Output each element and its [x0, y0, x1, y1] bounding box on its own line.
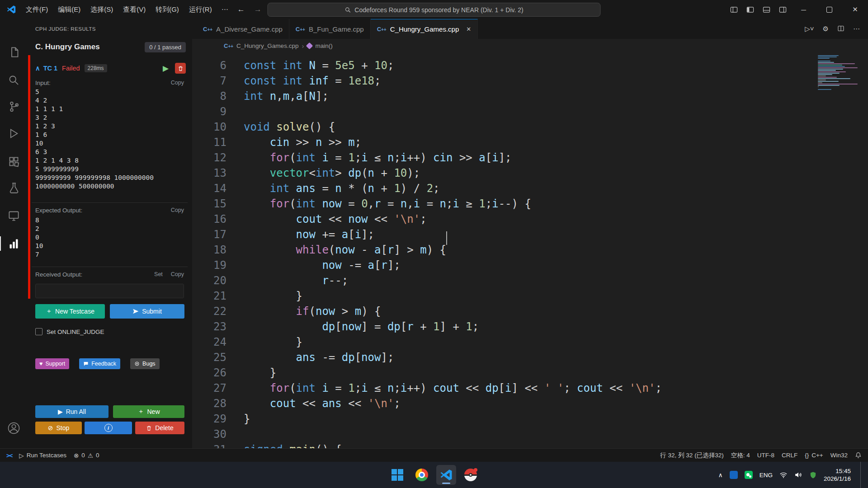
encoding-status[interactable]: UTF-8 — [757, 452, 774, 459]
testing-flask-icon[interactable] — [0, 176, 27, 199]
code-line[interactable]: 24 } — [192, 334, 868, 350]
code-line[interactable]: 28 cout << ans << '\n'; — [192, 396, 868, 411]
code-line[interactable]: 23 dp[now] = dp[r + 1] + 1; — [192, 319, 868, 334]
code-line[interactable]: 16 cout << now << '\n'; — [192, 211, 868, 227]
editor-tab[interactable]: C++B_Fun_Game.cpp — [289, 19, 371, 39]
volume-icon[interactable] — [794, 471, 802, 479]
code-line[interactable]: 14 int ans = n * (n + 1) / 2; — [192, 181, 868, 196]
tray-chevron-up-icon[interactable]: ∧ — [718, 471, 723, 479]
app-ball-taskbar-icon[interactable] — [461, 465, 481, 485]
clock[interactable]: 15:45 2026/1/16 — [824, 467, 851, 483]
set-received-button[interactable]: Set — [154, 271, 163, 277]
editor-settings-gear-icon[interactable]: ⚙ — [823, 25, 829, 33]
close-icon[interactable]: ✕ — [466, 26, 471, 33]
extensions-icon[interactable] — [0, 150, 27, 173]
command-center-search[interactable]: Codeforces Round 959 sponsored by NEAR (… — [268, 3, 601, 17]
stop-button[interactable]: ⊘Stop — [35, 422, 82, 434]
code-line[interactable]: 12 for(int i = 1;i ≤ n;i++) cin >> a[i]; — [192, 150, 868, 165]
menu-item[interactable]: 文件(F) — [21, 3, 53, 16]
cph-judge-icon[interactable] — [0, 232, 27, 255]
code-line[interactable]: 27 for(int i = 1;i ≤ n;i++) cout << dp[i… — [192, 380, 868, 396]
copy-input-button[interactable]: Copy — [171, 80, 184, 86]
code-line[interactable]: 31signed main() { — [192, 442, 868, 448]
code-line[interactable]: 30 — [192, 427, 868, 442]
code-line[interactable]: 6const int N = 5e5 + 10; — [192, 58, 868, 73]
copy-expected-button[interactable]: Copy — [171, 207, 184, 213]
code-line[interactable]: 9 — [192, 104, 868, 119]
code-line[interactable]: 11 cin >> n >> m; — [192, 135, 868, 150]
delete-button[interactable]: Delete — [135, 422, 184, 434]
code-line[interactable]: 15 for(int now = 0,r = n,i = n;i ≥ 1;i--… — [192, 196, 868, 211]
maximize-icon[interactable] — [816, 0, 842, 19]
minimize-icon[interactable]: ─ — [791, 0, 816, 19]
delete-testcase-icon[interactable] — [175, 63, 186, 74]
menu-item[interactable]: 查看(V) — [118, 3, 151, 16]
eol-status[interactable]: CRLF — [782, 452, 797, 459]
code-line[interactable]: 20 r--; — [192, 273, 868, 288]
code-line[interactable]: 7const int inf = 1e18; — [192, 73, 868, 89]
feedback-badge[interactable]: Feedback — [79, 358, 120, 369]
close-icon[interactable]: ✕ — [842, 0, 868, 19]
vscode-taskbar-icon[interactable] — [436, 465, 456, 485]
tray-app-blue-icon[interactable] — [730, 471, 738, 479]
indent-status[interactable]: 空格: 4 — [731, 451, 750, 460]
explorer-icon[interactable] — [0, 41, 27, 63]
wifi-icon[interactable] — [779, 471, 788, 479]
notifications-bell-icon[interactable] — [855, 452, 862, 459]
more-menu-icon[interactable]: ⋯ — [217, 5, 233, 14]
online-judge-checkbox[interactable]: Set ONLINE_JUDGE — [35, 327, 104, 336]
show-desktop-button[interactable] — [860, 462, 863, 488]
new-button[interactable]: ＋New — [113, 405, 184, 418]
remote-icon[interactable]: >< — [6, 452, 12, 459]
menu-item[interactable]: 转到(G) — [151, 3, 184, 16]
account-icon[interactable] — [0, 417, 27, 439]
submit-button[interactable]: Submit — [110, 304, 184, 319]
input-language-indicator[interactable]: ENG — [760, 472, 773, 479]
code-line[interactable]: 17 now += a[i]; — [192, 227, 868, 242]
platform-status[interactable]: Win32 — [830, 452, 848, 459]
search-sidebar-icon[interactable] — [0, 69, 27, 91]
tc-input-text[interactable]: 54 21 1 1 13 21 2 31 6106 31 2 1 4 3 85 … — [35, 88, 186, 191]
editor-tab[interactable]: C++C_Hungry_Games.cpp✕ — [371, 19, 478, 39]
remote-explorer-icon[interactable] — [0, 204, 27, 227]
menu-item[interactable]: 编辑(E) — [53, 3, 85, 16]
split-editor-icon[interactable] — [837, 25, 844, 33]
breadcrumb-symbol[interactable]: main() — [315, 42, 332, 49]
copy-received-button[interactable]: Copy — [171, 271, 184, 277]
menu-item[interactable]: 运行(R) — [184, 3, 217, 16]
code-line[interactable]: 8int n,m,a[N]; — [192, 89, 868, 104]
code-line[interactable]: 22 if(now > m) { — [192, 304, 868, 319]
new-testcase-button[interactable]: ＋ New Testcase — [35, 304, 105, 319]
source-control-icon[interactable] — [0, 95, 27, 117]
editor-tab[interactable]: C++A_Diverse_Game.cpp — [197, 19, 289, 39]
code-line[interactable]: 29} — [192, 411, 868, 427]
code-line[interactable]: 18 while(now - a[r] > m) { — [192, 242, 868, 258]
language-status[interactable]: {}C++ — [805, 452, 823, 459]
problems-status[interactable]: ⊗0 ⚠0 — [74, 452, 99, 459]
testcase-toggle[interactable]: ∧ TC 1 — [35, 65, 57, 72]
editor-more-icon[interactable]: ⋯ — [853, 25, 860, 33]
support-badge[interactable]: ♥Support — [35, 358, 69, 369]
code-line[interactable]: 26 } — [192, 365, 868, 380]
code-line[interactable]: 25 ans -= dp[now]; — [192, 350, 868, 365]
info-button[interactable]: i — [85, 422, 132, 434]
toggle-panel-left-icon[interactable] — [726, 0, 742, 19]
minimap[interactable] — [818, 55, 861, 90]
breadcrumb[interactable]: C++ C_Hungry_Games.cpp › main() — [192, 39, 868, 52]
code-line[interactable]: 21 } — [192, 288, 868, 304]
start-button[interactable] — [387, 465, 407, 485]
toggle-panel-bottom-icon[interactable] — [758, 0, 774, 19]
tc-expected-text[interactable]: 820107 — [35, 216, 186, 259]
code-line[interactable]: 13 vector<int> dp(n + 10); — [192, 165, 868, 181]
run-debug-icon[interactable] — [0, 122, 27, 145]
forward-icon[interactable]: → — [250, 5, 266, 14]
run-testcases-status[interactable]: ▷ Run Testcases — [19, 452, 66, 459]
toggle-panel-right-icon[interactable] — [774, 0, 791, 19]
run-testcase-icon[interactable]: ▶ — [163, 64, 169, 73]
code-line[interactable]: 19 now -= a[r]; — [192, 258, 868, 273]
chrome-taskbar-icon[interactable] — [412, 465, 432, 485]
run-all-button[interactable]: ▶Run All — [35, 405, 108, 418]
run-code-icon[interactable]: ▷˅ — [805, 25, 814, 33]
toggle-sidebar-icon[interactable] — [742, 0, 758, 19]
cursor-position-status[interactable]: 行 32, 列 32 (已选择32) — [660, 451, 723, 460]
